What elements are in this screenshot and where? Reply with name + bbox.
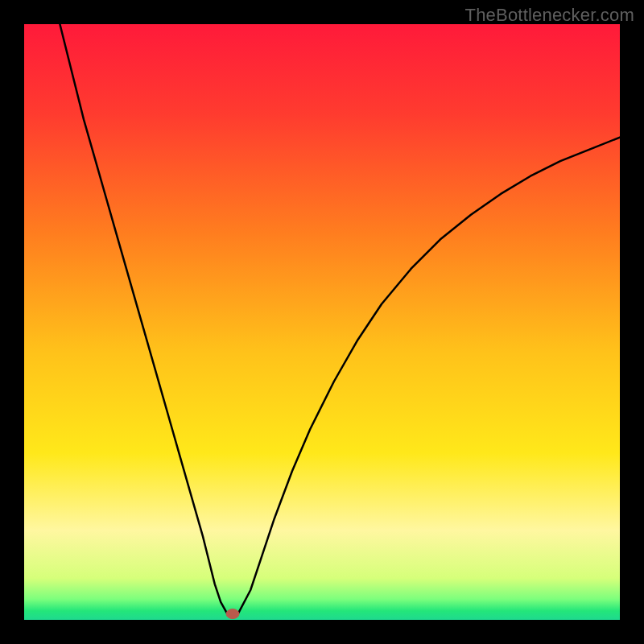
plot-svg — [24, 24, 620, 620]
gradient-background — [24, 24, 620, 620]
watermark-text: TheBottlenecker.com — [465, 5, 634, 26]
min-marker-icon — [226, 609, 239, 619]
plot-area — [24, 24, 620, 620]
chart-frame: TheBottlenecker.com — [0, 0, 644, 644]
